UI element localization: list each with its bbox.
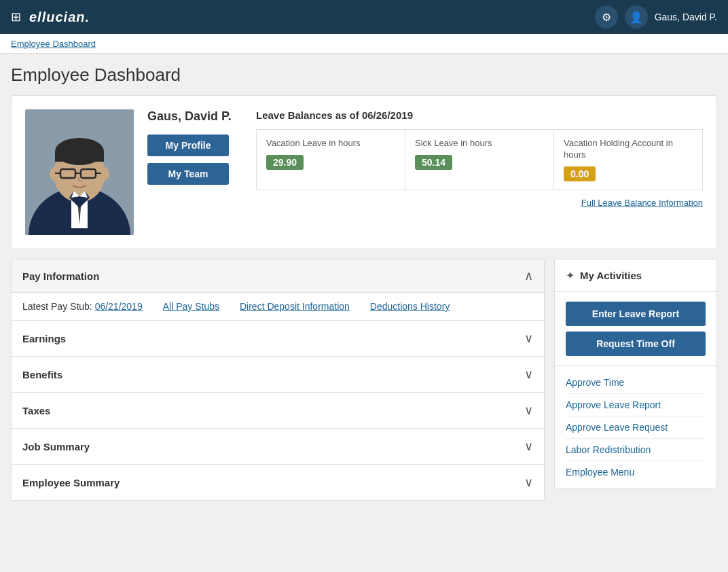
approve-leave-request-link[interactable]: Approve Leave Request bbox=[566, 416, 706, 439]
breadcrumb-bar: Employee Dashboard bbox=[0, 34, 728, 54]
leave-holding-value: 0.00 bbox=[564, 166, 596, 181]
earnings-title: Earnings bbox=[22, 333, 66, 344]
activities-header: ✦ My Activities bbox=[555, 260, 716, 292]
employee-menu-link[interactable]: Employee Menu bbox=[566, 461, 706, 483]
employee-info: Gaus, David P. My Profile My Team bbox=[147, 109, 242, 185]
employee-summary-chevron: ∨ bbox=[524, 475, 533, 490]
taxes-title: Taxes bbox=[22, 405, 50, 416]
employee-name: Gaus, David P. bbox=[147, 109, 242, 124]
earnings-chevron: ∨ bbox=[524, 331, 533, 346]
direct-deposit-link[interactable]: Direct Deposit Information bbox=[240, 301, 350, 312]
activities-title: My Activities bbox=[580, 270, 642, 281]
accordion-job-summary: Job Summary ∨ bbox=[12, 429, 544, 465]
benefits-header[interactable]: Benefits ∨ bbox=[12, 357, 544, 392]
earnings-header[interactable]: Earnings ∨ bbox=[12, 321, 544, 356]
approve-time-link[interactable]: Approve Time bbox=[566, 372, 706, 394]
benefits-title: Benefits bbox=[22, 369, 62, 380]
breadcrumb-link[interactable]: Employee Dashboard bbox=[11, 39, 96, 49]
svg-point-8 bbox=[100, 167, 109, 181]
employee-portrait-svg bbox=[25, 109, 134, 235]
approve-leave-report-link[interactable]: Approve Leave Report bbox=[566, 394, 706, 416]
user-avatar-button[interactable]: 👤 bbox=[625, 5, 648, 29]
accordion-employee-summary: Employee Summary ∨ bbox=[12, 465, 544, 500]
leave-sick-label: Sick Leave in hours bbox=[415, 138, 544, 149]
activities-buttons: Enter Leave Report Request Time Off bbox=[555, 292, 716, 366]
wand-icon: ✦ bbox=[566, 269, 575, 282]
employee-photo bbox=[25, 109, 134, 235]
my-team-button[interactable]: My Team bbox=[147, 163, 229, 185]
my-profile-button[interactable]: My Profile bbox=[147, 135, 229, 156]
job-summary-chevron: ∨ bbox=[524, 439, 533, 454]
deductions-history-link[interactable]: Deductions History bbox=[370, 301, 450, 312]
employee-summary-title: Employee Summary bbox=[22, 477, 120, 488]
latest-paystub-link[interactable]: 06/21/2019 bbox=[95, 301, 143, 312]
taxes-header[interactable]: Taxes ∨ bbox=[12, 393, 544, 428]
leave-balances: Leave Balances as of 06/26/2019 Vacation… bbox=[256, 109, 703, 208]
leave-item-vacation: Vacation Leave in hours 29.90 bbox=[257, 130, 405, 190]
job-summary-header[interactable]: Job Summary ∨ bbox=[12, 429, 544, 464]
full-leave-balance-link[interactable]: Full Leave Balance Information bbox=[581, 198, 703, 208]
request-time-off-button[interactable]: Request Time Off bbox=[566, 332, 706, 356]
accordion-benefits: Benefits ∨ bbox=[12, 357, 544, 393]
settings-button[interactable]: ⚙ bbox=[595, 5, 618, 29]
leave-grid: Vacation Leave in hours 29.90 Sick Leave… bbox=[256, 129, 703, 190]
leave-balances-title: Leave Balances as of 06/26/2019 bbox=[256, 109, 703, 121]
activities-links: Approve Time Approve Leave Report Approv… bbox=[555, 366, 716, 488]
leave-item-sick: Sick Leave in hours 50.14 bbox=[405, 130, 554, 190]
pay-info-chevron-up: ∧ bbox=[524, 268, 533, 283]
benefits-chevron: ∨ bbox=[524, 367, 533, 382]
leave-vacation-value: 29.90 bbox=[266, 155, 304, 170]
job-summary-title: Job Summary bbox=[22, 441, 90, 452]
svg-rect-6 bbox=[55, 151, 104, 162]
accordion-taxes: Taxes ∨ bbox=[12, 393, 544, 429]
pay-stub-label: Latest Pay Stub: 06/21/2019 bbox=[22, 301, 143, 312]
left-panel: Pay Information ∧ Latest Pay Stub: 06/21… bbox=[11, 259, 545, 501]
leave-holding-label: Vacation Holding Account in hours bbox=[564, 138, 693, 161]
labor-redistribution-link[interactable]: Labor Redistribution bbox=[566, 439, 706, 461]
top-header: ⊞ ellucian. ⚙ 👤 Gaus, David P. bbox=[0, 0, 728, 34]
right-panel: ✦ My Activities Enter Leave Report Reque… bbox=[554, 259, 717, 489]
latest-paystub-text: Latest Pay Stub: bbox=[22, 301, 92, 312]
accordion-earnings: Earnings ∨ bbox=[12, 321, 544, 357]
enter-leave-report-button[interactable]: Enter Leave Report bbox=[566, 302, 706, 326]
page-title: Employee Dashboard bbox=[11, 65, 717, 86]
employee-summary-header[interactable]: Employee Summary ∨ bbox=[12, 465, 544, 500]
pay-stub-row: Latest Pay Stub: 06/21/2019 All Pay Stub… bbox=[22, 301, 533, 312]
pay-info-box: Pay Information ∧ Latest Pay Stub: 06/21… bbox=[11, 259, 545, 501]
page-content: Employee Dashboard bbox=[0, 54, 728, 512]
brand-logo: ellucian. bbox=[29, 10, 90, 25]
pay-info-title: Pay Information bbox=[22, 270, 99, 282]
pay-info-header[interactable]: Pay Information ∧ bbox=[12, 260, 544, 293]
leave-vacation-label: Vacation Leave in hours bbox=[266, 138, 395, 149]
all-pay-stubs-link[interactable]: All Pay Stubs bbox=[163, 301, 219, 312]
username-label: Gaus, David P. bbox=[655, 12, 717, 22]
employee-card: Gaus, David P. My Profile My Team Leave … bbox=[11, 95, 717, 249]
main-layout: Pay Information ∧ Latest Pay Stub: 06/21… bbox=[11, 259, 717, 501]
taxes-chevron: ∨ bbox=[524, 403, 533, 418]
pay-info-body: Latest Pay Stub: 06/21/2019 All Pay Stub… bbox=[12, 293, 544, 321]
leave-item-holding: Vacation Holding Account in hours 0.00 bbox=[554, 130, 702, 190]
grid-icon[interactable]: ⊞ bbox=[11, 10, 21, 24]
leave-sick-value: 50.14 bbox=[415, 155, 452, 170]
activities-box: ✦ My Activities Enter Leave Report Reque… bbox=[554, 259, 717, 489]
